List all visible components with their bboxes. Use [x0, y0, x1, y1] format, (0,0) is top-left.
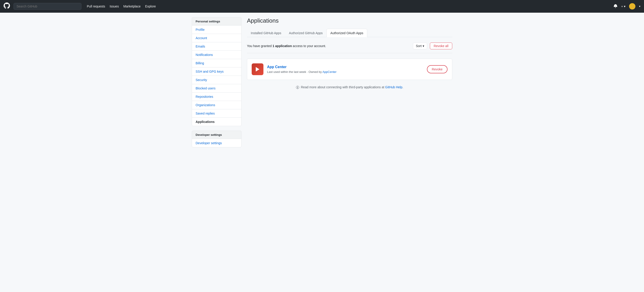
- revoke-button[interactable]: Revoke: [427, 65, 448, 73]
- navbar-links: Pull requests Issues Marketplace Explore: [87, 5, 156, 8]
- tab-installed-apps[interactable]: Installed GitHub Apps: [247, 29, 285, 37]
- info-note-prefix: Read more about connecting with third-pa…: [301, 85, 385, 89]
- sidebar-item-notifications[interactable]: Notifications: [192, 51, 241, 59]
- sidebar-item-repositories[interactable]: Repositories: [192, 93, 241, 101]
- navbar-explore[interactable]: Explore: [145, 5, 156, 8]
- info-icon: ℹ: [296, 86, 299, 89]
- sidebar: Personal settings Profile Account Emails…: [192, 17, 242, 147]
- sidebar-item-ssh-gpg[interactable]: SSH and GPG keys: [192, 68, 241, 76]
- page-title: Applications: [247, 17, 452, 24]
- content-divider: [247, 53, 452, 53]
- search-input[interactable]: [14, 3, 82, 10]
- navbar-pull-requests[interactable]: Pull requests: [87, 5, 105, 8]
- app-icon: [252, 63, 264, 75]
- app-meta-prefix: Last used within the last week · Owned b…: [267, 70, 322, 74]
- info-count: 1: [272, 44, 274, 48]
- info-actions: Sort ▾ Revoke all: [413, 43, 452, 49]
- info-text: You have granted 1 application access to…: [247, 44, 326, 48]
- page-layout: Personal settings Profile Account Emails…: [186, 0, 458, 156]
- main-content: Applications Installed GitHub Apps Autho…: [247, 17, 452, 147]
- github-logo[interactable]: [4, 3, 10, 11]
- sidebar-developer-section: Developer settings Developer settings: [192, 131, 242, 147]
- app-details: App Center Last used within the last wee…: [267, 65, 336, 74]
- app-meta: Last used within the last week · Owned b…: [267, 70, 336, 74]
- app-owner-link[interactable]: AppCenter: [322, 70, 336, 74]
- app-card: App Center Last used within the last wee…: [247, 59, 452, 80]
- app-name-link[interactable]: App Center: [267, 65, 336, 69]
- sidebar-item-developer-settings[interactable]: Developer settings: [192, 139, 241, 147]
- info-bar: You have granted 1 application access to…: [247, 43, 452, 49]
- sidebar-item-organizations[interactable]: Organizations: [192, 101, 241, 109]
- sidebar-item-emails[interactable]: Emails: [192, 42, 241, 51]
- sidebar-personal-settings-header: Personal settings: [192, 17, 242, 25]
- revoke-all-button[interactable]: Revoke all: [430, 43, 452, 49]
- notification-icon[interactable]: [614, 4, 618, 9]
- avatar-caret[interactable]: ▾: [639, 5, 640, 8]
- user-avatar[interactable]: [629, 3, 636, 10]
- tab-oauth-apps[interactable]: Authorized OAuth Apps: [326, 29, 367, 37]
- app-info: App Center Last used within the last wee…: [252, 63, 336, 75]
- info-note-suffix: .: [402, 85, 404, 89]
- sidebar-item-blocked-users[interactable]: Blocked users: [192, 84, 241, 93]
- info-suffix: access to your account.: [292, 44, 326, 48]
- sidebar-nav: Profile Account Emails Notifications Bil…: [192, 25, 242, 126]
- tabs: Installed GitHub Apps Authorized GitHub …: [247, 29, 452, 37]
- sort-caret-icon: ▾: [422, 44, 424, 48]
- sort-button[interactable]: Sort ▾: [413, 43, 427, 49]
- navbar-right: + ▾ ▾: [614, 3, 640, 10]
- sidebar-item-security[interactable]: Security: [192, 76, 241, 84]
- navbar-marketplace[interactable]: Marketplace: [123, 5, 140, 8]
- sidebar-item-billing[interactable]: Billing: [192, 59, 241, 68]
- sidebar-item-applications[interactable]: Applications: [192, 118, 241, 126]
- sidebar-item-saved-replies[interactable]: Saved replies: [192, 109, 241, 118]
- sort-label: Sort: [416, 44, 422, 48]
- info-middle: application: [274, 44, 292, 48]
- info-note: ℹ Read more about connecting with third-…: [247, 85, 452, 89]
- navbar-issues[interactable]: Issues: [110, 5, 119, 8]
- tab-authorized-apps[interactable]: Authorized GitHub Apps: [285, 29, 326, 37]
- info-prefix: You have granted: [247, 44, 272, 48]
- sidebar-developer-header: Developer settings: [192, 131, 242, 139]
- sidebar-item-account[interactable]: Account: [192, 34, 241, 42]
- new-plus-button[interactable]: + ▾: [621, 5, 626, 8]
- navbar: Pull requests Issues Marketplace Explore…: [0, 0, 644, 13]
- github-help-link[interactable]: GitHub Help: [385, 85, 402, 89]
- sidebar-item-profile[interactable]: Profile: [192, 26, 241, 34]
- sidebar-developer-nav: Developer settings: [192, 139, 242, 147]
